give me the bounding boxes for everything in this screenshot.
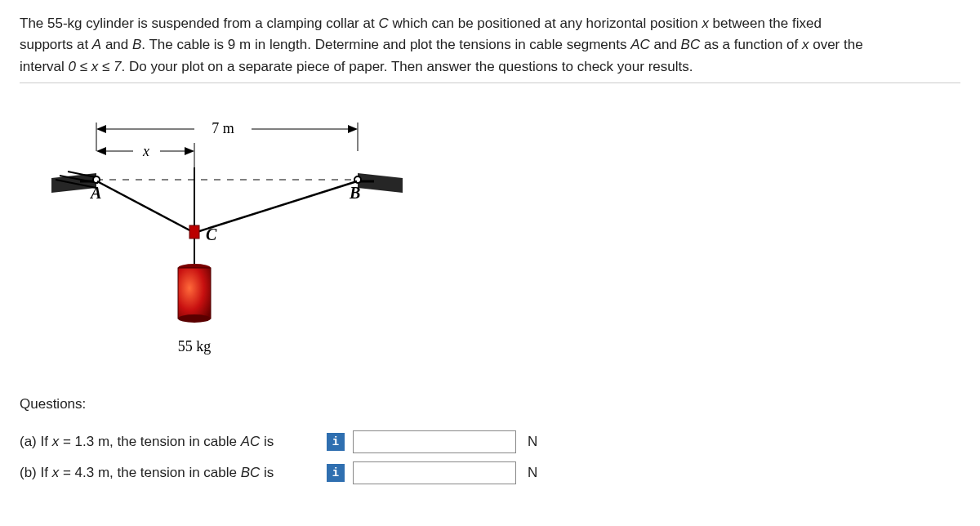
label-a: A xyxy=(89,184,101,202)
seg-ac: AC xyxy=(241,434,261,449)
label-c: C xyxy=(206,225,217,243)
mass-label: 55 kg xyxy=(178,338,212,354)
svg-point-27 xyxy=(178,314,211,323)
var-x: x xyxy=(702,16,709,31)
answer-input-a[interactable] xyxy=(353,430,516,453)
var-x: x xyxy=(52,434,60,449)
problem-statement: The 55-kg cylinder is suspended from a c… xyxy=(20,13,960,83)
text: as a function of xyxy=(700,37,802,52)
diagram-svg: 7 m x xyxy=(39,106,415,368)
text: interval xyxy=(20,59,69,74)
question-a-row: (a) If x = 1.3 m, the tension in cable A… xyxy=(20,430,960,453)
text: . Do your plot on a separate piece of pa… xyxy=(122,59,693,74)
unit-label: N xyxy=(528,434,544,450)
point-a: A xyxy=(92,37,101,52)
text: which can be positioned at any horizonta… xyxy=(389,16,702,31)
seg-ac: AC xyxy=(630,37,650,52)
interval: 0 ≤ x ≤ 7 xyxy=(69,59,122,74)
mass-value: 55 xyxy=(47,16,63,31)
text: = 4.3 m, the tension in cable xyxy=(59,465,241,480)
questions-heading: Questions: xyxy=(20,396,960,412)
cable-length: 9 xyxy=(228,37,235,52)
text: The xyxy=(20,16,47,31)
span-label: 7 m xyxy=(212,120,234,136)
svg-marker-9 xyxy=(96,147,106,155)
svg-marker-4 xyxy=(96,125,106,133)
svg-marker-10 xyxy=(185,147,194,155)
point-b: B xyxy=(132,37,141,52)
text: (b) If xyxy=(20,465,52,480)
svg-line-22 xyxy=(194,181,357,233)
info-icon[interactable]: i xyxy=(327,464,345,482)
svg-marker-5 xyxy=(348,125,358,133)
text: and xyxy=(101,37,132,52)
svg-line-21 xyxy=(97,181,194,233)
text: . The cable is xyxy=(141,37,228,52)
question-b-row: (b) If x = 4.3 m, the tension in cable B… xyxy=(20,461,960,484)
question-a-text: (a) If x = 1.3 m, the tension in cable A… xyxy=(20,434,322,450)
label-b: B xyxy=(349,184,360,202)
question-b-text: (b) If x = 4.3 m, the tension in cable B… xyxy=(20,465,322,481)
svg-rect-26 xyxy=(178,268,211,319)
text: is xyxy=(260,465,274,480)
x-label: x xyxy=(142,143,149,159)
text: over the xyxy=(808,37,862,52)
text: between the fixed xyxy=(709,16,822,31)
text: m in length. Determine and plot the tens… xyxy=(235,37,630,52)
svg-rect-24 xyxy=(189,225,199,238)
text: supports at xyxy=(20,37,92,52)
text: and xyxy=(650,37,681,52)
diagram: 7 m x xyxy=(39,106,960,372)
var-x: x xyxy=(52,465,60,480)
svg-marker-18 xyxy=(358,173,403,193)
answer-input-b[interactable] xyxy=(353,461,516,484)
text: (a) If xyxy=(20,434,52,449)
seg-bc: BC xyxy=(681,37,701,52)
unit-label: N xyxy=(528,465,544,481)
text: is xyxy=(260,434,274,449)
point-c: C xyxy=(378,16,388,31)
text: -kg cylinder is suspended from a clampin… xyxy=(63,16,378,31)
info-icon[interactable]: i xyxy=(327,433,345,451)
seg-bc: BC xyxy=(241,465,261,480)
text: = 1.3 m, the tension in cable xyxy=(59,434,241,449)
svg-marker-17 xyxy=(51,173,96,193)
